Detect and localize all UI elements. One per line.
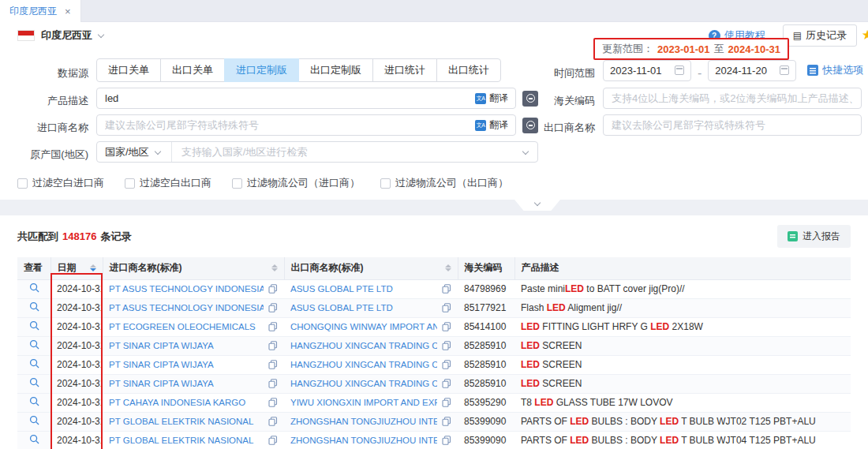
view-cell[interactable] <box>17 431 51 449</box>
copy-icon[interactable] <box>442 341 451 350</box>
importer-link[interactable]: PT ECOGREEN OLEOCHEMICALS <box>109 322 264 331</box>
hs-code-inputbox <box>603 88 862 109</box>
copy-icon[interactable] <box>268 398 278 407</box>
hs-code-input[interactable] <box>604 88 861 108</box>
data-source-option[interactable]: 进口关单 <box>96 58 161 82</box>
copy-icon[interactable] <box>268 322 278 331</box>
copy-icon[interactable] <box>442 303 451 312</box>
exporter-link[interactable]: HANGZHOU XINGCAN TRADING CO LTD <box>290 379 437 388</box>
copy-icon[interactable] <box>268 341 278 350</box>
view-cell[interactable] <box>17 355 51 374</box>
filter-checkbox[interactable]: 过滤空白进口商 <box>17 176 104 190</box>
origin-type-value: 国家/地区 <box>105 145 149 159</box>
favorite-star-icon[interactable]: ★ <box>862 27 868 43</box>
checkbox-icon[interactable] <box>232 178 242 189</box>
view-cell[interactable] <box>17 412 51 431</box>
copy-icon[interactable] <box>442 360 451 369</box>
collapse-form-button[interactable] <box>514 200 560 211</box>
start-date-input[interactable]: 2023-11-01 <box>603 60 691 81</box>
enter-report-button[interactable]: 进入报告 <box>777 225 851 248</box>
copy-icon[interactable] <box>268 284 278 294</box>
exporter-link[interactable]: CHONGQING WINWAY IMPORT AND E... <box>290 322 437 331</box>
exporter-link[interactable]: HANGZHOU XINGCAN TRADING CO LTD <box>290 360 437 369</box>
copy-icon[interactable] <box>268 379 278 388</box>
importer-link[interactable]: PT GLOBAL ELEKTRIK NASIONAL <box>109 436 264 445</box>
copy-icon[interactable] <box>442 322 451 331</box>
importer-link[interactable]: PT CAHAYA INDONESIA KARGO <box>109 398 264 407</box>
quick-options-link[interactable]: 快捷选项 <box>807 63 863 77</box>
data-source-option[interactable]: 出口统计 <box>436 58 501 82</box>
exporter-link[interactable]: ASUS GLOBAL PTE LTD <box>290 284 437 294</box>
importer-input[interactable] <box>97 115 475 135</box>
copy-icon[interactable] <box>442 417 451 426</box>
exporter-link[interactable]: ZHONGSHAN TONGJIUZHOU INTERNA... <box>290 436 437 445</box>
table-row: 2024-10-31 PT GLOBAL ELEKTRIK NASIONAL Z… <box>17 412 851 431</box>
copy-icon[interactable] <box>442 436 451 445</box>
exact-match-toggle-icon[interactable] <box>522 118 538 133</box>
checkbox-icon[interactable] <box>17 178 28 189</box>
history-button[interactable]: ▤ 历史记录 <box>783 24 857 47</box>
chevron-down-icon <box>154 148 160 154</box>
origin-country-select[interactable]: 国家/地区 支持输入国家/地区进行检索 <box>96 141 538 163</box>
results-table-wrap: 查看 日期 进口商名称(标准) 出口商名称(标准) 海关编码 产品描述 <box>17 257 851 449</box>
exporter-link[interactable]: ASUS GLOBAL PTE LTD <box>290 303 437 312</box>
checkbox-icon[interactable] <box>125 178 135 189</box>
translate-button[interactable]: 文A 翻译 <box>475 118 515 132</box>
copy-icon[interactable] <box>442 398 451 407</box>
view-cell[interactable] <box>17 336 51 355</box>
copy-icon[interactable] <box>268 360 278 369</box>
magnifier-icon <box>29 434 39 444</box>
end-date-input[interactable]: 2024-11-20 <box>708 60 796 81</box>
view-cell[interactable] <box>17 317 51 336</box>
copy-icon[interactable] <box>442 284 451 294</box>
data-source-option[interactable]: 出口关单 <box>160 58 225 82</box>
exact-match-toggle-icon[interactable] <box>522 91 538 107</box>
checkbox-icon[interactable] <box>380 178 391 189</box>
view-cell[interactable] <box>17 393 51 412</box>
exporter-link[interactable]: YIWU XIONGXIN IMPORT AND EXPORT... <box>290 398 437 407</box>
view-cell[interactable] <box>17 279 51 298</box>
importer-link[interactable]: PT GLOBAL ELEKTRIK NASIONAL <box>109 417 264 426</box>
exporter-input[interactable] <box>604 115 861 135</box>
exporter-cell: HANGZHOU XINGCAN TRADING CO LTD <box>284 355 458 374</box>
exporter-cell: ZHONGSHAN TONGJIUZHOU INTERNA... <box>284 412 458 431</box>
product-desc-input[interactable] <box>97 88 475 108</box>
importer-link[interactable]: PT ASUS TECHNOLOGY INDONESIA BA... <box>109 303 264 312</box>
magnifier-icon <box>29 339 39 350</box>
exporter-link[interactable]: ZHONGSHAN TONGJIUZHOU INTERNA... <box>290 417 437 426</box>
summary-suffix: 条记录 <box>100 230 131 242</box>
close-icon[interactable]: × <box>65 6 71 17</box>
update-range-from: 2023-01-01 <box>657 43 710 55</box>
copy-icon[interactable] <box>442 379 451 388</box>
filter-checkbox[interactable]: 过滤物流公司（出口商） <box>380 176 508 190</box>
panel-gap <box>0 200 868 215</box>
data-source-option[interactable]: 进口统计 <box>372 58 437 82</box>
importer-link[interactable]: PT SINAR CIPTA WIJAYA <box>109 379 264 388</box>
view-cell[interactable] <box>17 298 51 317</box>
indonesia-flag-icon <box>17 30 35 41</box>
col-date[interactable]: 日期 <box>51 257 103 279</box>
col-exporter[interactable]: 出口商名称(标准) <box>284 257 458 279</box>
importer-cell: PT CAHAYA INDONESIA KARGO <box>103 393 284 412</box>
data-source-option[interactable]: 进口定制版 <box>224 58 299 82</box>
date-cell: 2024-10-31 <box>51 412 103 431</box>
copy-icon[interactable] <box>268 303 278 312</box>
filter-checkbox[interactable]: 过滤物流公司（进口商） <box>232 176 360 190</box>
copy-icon[interactable] <box>268 417 278 426</box>
data-source-option[interactable]: 出口定制版 <box>298 58 373 82</box>
col-importer[interactable]: 进口商名称(标准) <box>103 257 284 279</box>
copy-icon[interactable] <box>268 436 278 445</box>
tab-indonesia[interactable]: 印度尼西亚 × <box>0 0 81 22</box>
origin-type-select[interactable]: 国家/地区 <box>97 142 172 162</box>
data-source-label: 数据源 <box>17 66 88 80</box>
exporter-link[interactable]: HANGZHOU XINGCAN TRADING CO LTD <box>290 341 437 350</box>
importer-link[interactable]: PT SINAR CIPTA WIJAYA <box>109 360 264 369</box>
date-cell: 2024-10-31 <box>51 279 103 298</box>
importer-link[interactable]: PT ASUS TECHNOLOGY INDONESIA BA... <box>109 284 264 294</box>
filter-checkbox[interactable]: 过滤空白出口商 <box>125 176 211 190</box>
table-row: 2024-10-31 PT SINAR CIPTA WIJAYA HANGZHO… <box>17 374 851 393</box>
importer-link[interactable]: PT SINAR CIPTA WIJAYA <box>109 341 264 350</box>
view-cell[interactable] <box>17 374 51 393</box>
translate-button[interactable]: 文A 翻译 <box>475 92 515 105</box>
chevron-down-icon[interactable] <box>98 32 104 38</box>
